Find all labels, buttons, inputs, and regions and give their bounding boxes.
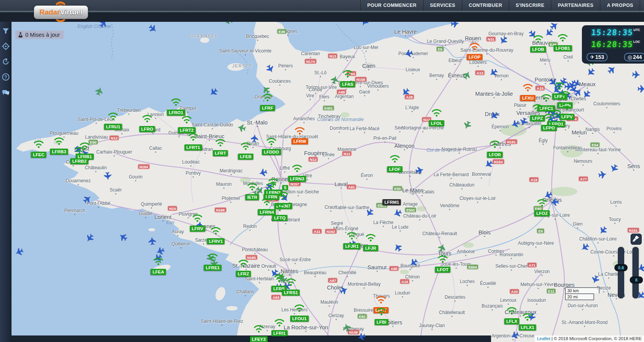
station-code-badge[interactable]: LFPZ	[530, 115, 545, 121]
wifi-icon[interactable]	[238, 259, 249, 267]
aircraft-icon[interactable]	[148, 24, 158, 35]
station-code-badge[interactable]: LFEY3	[250, 336, 268, 342]
wifi-icon[interactable]	[559, 90, 571, 99]
aircraft-icon[interactable]	[489, 68, 498, 79]
station-code-badge[interactable]: LFDDO	[262, 149, 281, 155]
stations-counter[interactable]: ◎244	[624, 53, 644, 61]
wifi-icon[interactable]	[291, 164, 303, 172]
station-code-badge[interactable]: LFLX1	[519, 324, 536, 331]
aircraft-icon[interactable]	[572, 79, 582, 90]
aircraft-icon[interactable]	[393, 209, 402, 219]
aircraft-icon[interactable]	[339, 286, 348, 296]
aircraft-icon[interactable]	[598, 226, 608, 237]
wifi-icon[interactable]	[522, 313, 533, 321]
aircraft-icon[interactable]	[103, 172, 112, 182]
aircraft-icon[interactable]	[607, 65, 616, 76]
station-code-badge[interactable]: LFEA	[151, 269, 166, 275]
aircraft-icon[interactable]	[437, 243, 447, 254]
aircraft-icon[interactable]	[393, 243, 402, 254]
station-code-badge[interactable]: LFRM1	[383, 199, 401, 205]
wifi-icon[interactable]	[285, 278, 297, 286]
aircraft-icon[interactable]	[463, 121, 472, 131]
updates-badge[interactable]: 0 Mises à jour	[15, 31, 64, 39]
aircraft-icon[interactable]	[209, 88, 218, 98]
paint-tool-button[interactable]	[631, 234, 642, 245]
aircraft-icon[interactable]	[15, 247, 24, 258]
aircraft-icon[interactable]	[360, 22, 369, 28]
aircraft-icon[interactable]	[342, 323, 352, 334]
zoom-slider-handle[interactable]: 8	[630, 277, 643, 283]
station-code-badge[interactable]: LFRO	[139, 126, 155, 132]
wifi-icon[interactable]	[253, 324, 264, 333]
wifi-icon[interactable]	[266, 182, 277, 190]
aircraft-icon[interactable]	[462, 70, 472, 81]
station-code-badge[interactable]: LFXU	[520, 95, 536, 101]
station-code-badge[interactable]: LFPO	[541, 125, 557, 131]
wifi-icon[interactable]	[469, 42, 480, 51]
filter-icon[interactable]	[2, 27, 10, 35]
station-code-badge[interactable]: LFOT	[435, 267, 450, 273]
station-code-badge[interactable]: LFRI1	[271, 330, 288, 336]
station-code-badge[interactable]: LFRW	[291, 138, 308, 144]
aircraft-icon[interactable]	[85, 234, 94, 244]
wifi-icon[interactable]	[266, 137, 277, 146]
aircraft-icon[interactable]	[118, 232, 128, 243]
wifi-icon[interactable]	[262, 93, 273, 101]
wifi-icon[interactable]	[431, 108, 442, 117]
wifi-icon[interactable]	[554, 82, 565, 90]
aircraft-icon[interactable]	[148, 236, 157, 247]
wifi-icon[interactable]	[170, 98, 182, 106]
aircraft-icon[interactable]	[225, 22, 234, 26]
station-code-badge[interactable]: LFEB	[238, 154, 253, 160]
wifi-icon[interactable]	[261, 197, 273, 206]
station-code-badge[interactable]: LFRE1	[204, 265, 222, 271]
nav-services[interactable]: SERVICES	[423, 0, 462, 11]
station-code-badge[interactable]: LFRO1	[167, 110, 185, 116]
aircraft-icon[interactable]	[409, 258, 418, 269]
aircraft-icon[interactable]	[83, 195, 92, 205]
aircraft-icon[interactable]	[484, 160, 493, 170]
station-code-badge[interactable]: LFRT1	[184, 144, 202, 151]
wifi-icon[interactable]	[240, 142, 251, 150]
aircraft-icon[interactable]	[580, 243, 590, 254]
wifi-icon[interactable]	[437, 255, 449, 263]
station-code-badge[interactable]: LFOU1	[290, 316, 309, 322]
wifi-icon[interactable]	[532, 34, 544, 43]
wifi-icon[interactable]	[557, 33, 568, 42]
aircraft-icon[interactable]	[99, 22, 108, 29]
station-code-badge[interactable]: LFOR	[487, 152, 503, 158]
station-code-badge[interactable]: LFRN4	[258, 209, 276, 215]
refresh-icon[interactable]	[2, 58, 10, 65]
aircraft-counter[interactable]: ✈153	[586, 53, 608, 61]
station-code-badge[interactable]: LFRZ	[236, 271, 251, 277]
wifi-icon[interactable]	[192, 214, 203, 222]
wifi-icon[interactable]	[141, 114, 153, 123]
aircraft-icon[interactable]	[330, 75, 339, 86]
aircraft-icon[interactable]	[598, 170, 607, 181]
wifi-icon[interactable]	[532, 103, 543, 112]
station-code-badge[interactable]: LFEC	[31, 152, 46, 158]
aircraft-icon[interactable]	[266, 64, 275, 75]
wifi-icon[interactable]	[215, 138, 226, 147]
wifi-icon[interactable]	[536, 198, 548, 207]
wifi-icon[interactable]	[342, 69, 353, 78]
wifi-icon[interactable]	[543, 113, 555, 121]
zoom-slider-track[interactable]	[632, 247, 639, 298]
aircraft-icon[interactable]	[237, 123, 246, 134]
wifi-icon[interactable]	[210, 226, 222, 235]
wifi-icon[interactable]	[561, 102, 573, 110]
aircraft-icon[interactable]	[490, 111, 499, 122]
chat-icon[interactable]	[2, 88, 10, 96]
station-code-badge[interactable]: LFRV	[190, 226, 205, 232]
wifi-icon[interactable]	[53, 137, 65, 145]
station-code-badge[interactable]: LFRB2	[70, 158, 88, 164]
aircraft-icon[interactable]	[357, 332, 366, 342]
station-code-badge[interactable]: LFRT	[213, 150, 228, 156]
wifi-icon[interactable]	[346, 231, 358, 240]
wifi-icon[interactable]	[274, 203, 286, 211]
wifi-icon[interactable]	[181, 115, 192, 124]
aircraft-icon[interactable]	[365, 208, 374, 219]
station-code-badge[interactable]: LFOZ	[534, 210, 550, 216]
wifi-icon[interactable]	[207, 253, 219, 261]
wifi-icon[interactable]	[278, 191, 289, 200]
